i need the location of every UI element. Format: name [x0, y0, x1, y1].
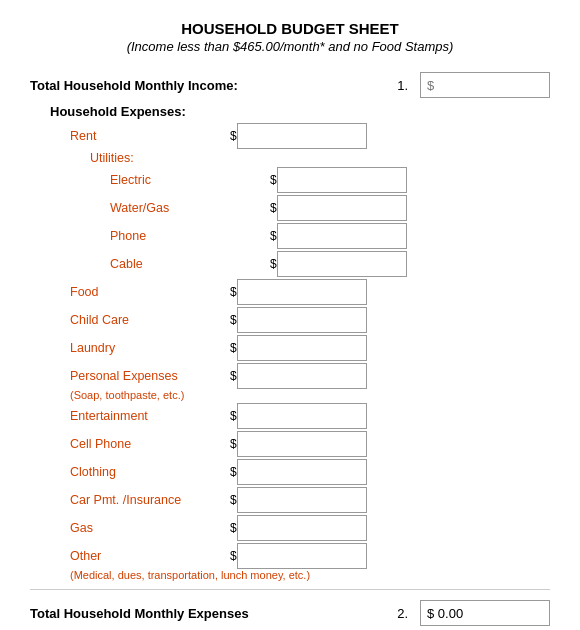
expense-phone: Phone $ [110, 223, 550, 249]
page-subtitle: (Income less than $465.00/month* and no … [30, 39, 550, 54]
phone-input[interactable] [277, 223, 407, 249]
expenses-header: Household Expenses: [50, 104, 550, 119]
expense-clothing: Clothing $ [70, 459, 550, 485]
clothing-input[interactable] [237, 459, 367, 485]
other-note-label: (Medical, dues, transportation, lunch mo… [70, 569, 310, 581]
water-gas-label: Water/Gas [110, 201, 270, 215]
income-label: Total Household Monthly Income: [30, 78, 238, 93]
electric-input[interactable] [277, 167, 407, 193]
cell-phone-label: Cell Phone [70, 437, 230, 451]
clothing-label: Clothing [70, 465, 230, 479]
gas-input[interactable] [237, 515, 367, 541]
rent-input[interactable] [237, 123, 367, 149]
income-input[interactable] [420, 72, 550, 98]
total-expenses-label: Total Household Monthly Expenses [30, 606, 249, 621]
other-input[interactable] [237, 543, 367, 569]
expense-laundry: Laundry $ [70, 335, 550, 361]
page-title: HOUSEHOLD BUDGET SHEET [30, 20, 550, 37]
car-input[interactable] [237, 487, 367, 513]
cable-label: Cable [110, 257, 270, 271]
entertainment-label: Entertainment [70, 409, 230, 423]
water-gas-input[interactable] [277, 195, 407, 221]
expense-car: Car Pmt. /Insurance $ [70, 487, 550, 513]
expense-cable: Cable $ [110, 251, 550, 277]
personal-label: Personal Expenses [70, 369, 230, 383]
food-input[interactable] [237, 279, 367, 305]
income-row: Total Household Monthly Income: 1. [30, 72, 550, 98]
laundry-label: Laundry [70, 341, 230, 355]
personal-note-label: (Soap, toothpaste, etc.) [70, 389, 230, 401]
income-number: 1. [397, 78, 408, 93]
entertainment-input[interactable] [237, 403, 367, 429]
total-expenses-value: $ 0.00 [420, 600, 550, 626]
electric-label: Electric [110, 173, 270, 187]
laundry-input[interactable] [237, 335, 367, 361]
other-label: Other [70, 549, 230, 563]
phone-label: Phone [110, 229, 270, 243]
child-care-label: Child Care [70, 313, 230, 327]
food-label: Food [70, 285, 230, 299]
personal-input[interactable] [237, 363, 367, 389]
expense-entertainment: Entertainment $ [70, 403, 550, 429]
total-expenses-number: 2. [397, 606, 408, 621]
expense-water-gas: Water/Gas $ [110, 195, 550, 221]
expense-rent: Rent $ [70, 123, 550, 149]
personal-note: (Soap, toothpaste, etc.) [70, 389, 550, 401]
cell-phone-input[interactable] [237, 431, 367, 457]
expense-child-care: Child Care $ [70, 307, 550, 333]
other-note: (Medical, dues, transportation, lunch mo… [70, 569, 550, 581]
gas-label: Gas [70, 521, 230, 535]
utilities-header: Utilities: [90, 151, 550, 165]
cable-input[interactable] [277, 251, 407, 277]
rent-label: Rent [70, 129, 230, 143]
expense-other: Other $ [70, 543, 550, 569]
child-care-input[interactable] [237, 307, 367, 333]
expense-gas: Gas $ [70, 515, 550, 541]
expense-food: Food $ [70, 279, 550, 305]
expense-electric: Electric $ [110, 167, 550, 193]
total-expenses-row: Total Household Monthly Expenses 2. $ 0.… [30, 600, 550, 626]
expense-cell-phone: Cell Phone $ [70, 431, 550, 457]
car-label: Car Pmt. /Insurance [70, 493, 230, 507]
expenses-section: Household Expenses: Rent $ Utilities: El… [50, 104, 550, 581]
expense-personal: Personal Expenses $ [70, 363, 550, 389]
